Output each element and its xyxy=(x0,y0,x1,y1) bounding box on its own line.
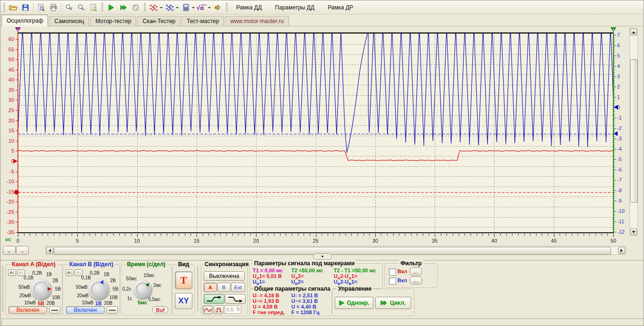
panel-collapse-button[interactable] xyxy=(313,253,332,260)
save-button[interactable] xyxy=(19,2,32,13)
toolbar-grip[interactable] xyxy=(144,3,146,12)
filter-title: Фильтр xyxy=(399,260,423,267)
marker-b-button[interactable]: .. xyxy=(16,246,29,255)
sync-off-button[interactable]: Выключена xyxy=(204,271,245,281)
knob-scale-label: 0,5мс xyxy=(148,297,160,302)
channel-a-invert-button[interactable]: — xyxy=(49,306,60,314)
tab-scan-tester[interactable]: Скан-Тестер xyxy=(137,16,181,26)
timebase-knob[interactable] xyxy=(133,280,152,299)
falling-edge-icon xyxy=(227,295,244,303)
run-icon xyxy=(107,4,115,11)
t2-t1-value: T2 - T1 =50,00 мс xyxy=(334,268,376,273)
horizontal-scrollbar[interactable] xyxy=(45,246,626,255)
scroll-left-button[interactable] xyxy=(46,247,53,254)
buffer-button[interactable]: Buf xyxy=(152,306,168,313)
svg-text:+: + xyxy=(152,5,155,10)
speaker-icon xyxy=(214,4,222,11)
scroll-up-button[interactable] xyxy=(630,29,637,35)
filter-b-checkbox[interactable] xyxy=(389,277,396,285)
filter-b-more-button[interactable]: ... xyxy=(410,277,422,285)
view-t-button[interactable]: T xyxy=(175,271,192,289)
open-folder-icon xyxy=(9,4,17,11)
dropdown-arrow-icon[interactable] xyxy=(208,7,211,10)
signal-b-button[interactable]: + xyxy=(164,2,176,13)
dropdown-arrow-icon[interactable] xyxy=(160,7,163,10)
sound-button[interactable] xyxy=(212,2,224,13)
single-run-button[interactable]: Однокр. xyxy=(335,297,373,309)
tab-test-master[interactable]: Тест-мастер xyxy=(182,16,224,26)
toolbar-grip[interactable] xyxy=(101,3,103,12)
timebase-group: Время (с/дел) 1с0,2с50мс10мс2мс0,5мс 5мс… xyxy=(121,264,172,315)
dropdown-arrow-icon[interactable] xyxy=(176,7,179,10)
filter-a-more-button[interactable]: ... xyxy=(410,268,422,276)
sync-source-ext-button[interactable]: Ext xyxy=(231,283,245,292)
sync-source-a-button[interactable]: А xyxy=(204,283,217,292)
sync-level-mode-button[interactable] xyxy=(203,305,213,314)
tab-oscillograph[interactable]: Осциллограф xyxy=(1,15,48,26)
menu-ramka-dd[interactable]: Рамка ДД xyxy=(230,2,268,13)
zoom-vertical-icon: ↕ xyxy=(65,4,73,11)
zoom-vertical-button[interactable]: ↕ xyxy=(63,2,75,13)
red-signal-icon: + xyxy=(149,4,158,11)
horizontal-scroll-thumb[interactable] xyxy=(54,247,611,255)
channel-b-knob[interactable] xyxy=(88,279,109,300)
cycle-run-icon xyxy=(380,300,388,306)
tab-bar: Осциллограф Самописец Мотор-тестер Скан-… xyxy=(0,15,644,26)
general-params-group: Общие параметры сигнала U- = 4,16 В U~= … xyxy=(249,289,332,316)
knob-scale-label: 50мВ xyxy=(18,284,30,289)
filter-a-checkbox[interactable] xyxy=(389,269,396,276)
view-xy-button[interactable]: XY xyxy=(175,293,192,309)
toolbar-grip[interactable] xyxy=(226,3,228,12)
channel-a-power-button[interactable]: Включен xyxy=(8,306,47,314)
run-button[interactable] xyxy=(105,2,117,13)
channel-a-knob[interactable] xyxy=(31,279,51,300)
print-button[interactable] xyxy=(47,2,59,13)
panel-grip[interactable] xyxy=(197,267,198,311)
scroll-right-button[interactable] xyxy=(618,247,625,254)
oscilloscope-plot[interactable] xyxy=(0,26,629,248)
t2-value: T2 =50,00 мс xyxy=(291,268,323,273)
channel-b-power-button[interactable]: Включен xyxy=(66,306,105,314)
zoom-horizontal-button[interactable]: ↔ xyxy=(75,2,87,13)
knob-scale-label: 10В xyxy=(109,294,118,300)
scroll-down-button[interactable] xyxy=(630,228,637,235)
knob-scale-label: 20мВ xyxy=(77,293,89,298)
sync-rising-edge-button[interactable] xyxy=(204,294,224,304)
ua-dc-value: U- = 4,16 В xyxy=(253,293,285,298)
svg-text:√α: √α xyxy=(197,4,204,11)
sync-group: Синхронизация Выключена А B Ext В xyxy=(201,264,248,316)
knob-scale-label: 20мВ xyxy=(19,293,31,298)
zoom-document-button[interactable] xyxy=(87,2,99,13)
panel-grip[interactable] xyxy=(2,266,3,313)
calculator-button[interactable] xyxy=(180,2,192,13)
vertical-scroll-thumb[interactable] xyxy=(630,59,638,203)
menu-ramka-dr[interactable]: Рамка ДР xyxy=(321,2,360,13)
knob-scale-label: 1В xyxy=(46,272,52,277)
ub1-value: UВ1= xyxy=(253,279,265,286)
run-cycle-button[interactable] xyxy=(117,2,130,13)
channel-a-selected-scale: 5В xyxy=(38,301,44,306)
tab-website[interactable]: www.motor-master.ru xyxy=(225,16,289,26)
cycle-run-button[interactable]: Цикл. xyxy=(375,297,411,309)
pulse-trigger-icon xyxy=(215,307,223,313)
knob-scale-label: 10мс xyxy=(143,273,154,278)
sync-pulse-mode-button[interactable] xyxy=(214,305,223,314)
general-params-channel-b: U- = 2,51 В U~= 3,61 В U = 4,40 В F = 13… xyxy=(291,293,320,315)
sync-source-b-button[interactable]: B xyxy=(217,283,231,292)
vertical-scrollbar[interactable] xyxy=(629,28,638,236)
tab-recorder[interactable]: Самописец xyxy=(49,16,89,26)
marker-a-button[interactable]: .. xyxy=(3,246,16,255)
toolbar-grip[interactable] xyxy=(3,3,5,12)
channel-b-invert-button[interactable]: — xyxy=(107,306,118,314)
menu-parametry-dd[interactable]: Параметры ДД xyxy=(268,2,321,13)
sync-falling-edge-button[interactable] xyxy=(225,294,246,304)
print-preview-button[interactable] xyxy=(35,2,47,13)
dropdown-arrow-icon[interactable] xyxy=(192,7,195,10)
tab-motor-tester[interactable]: Мотор-тестер xyxy=(90,16,136,26)
signal-a-button[interactable]: + xyxy=(148,2,160,13)
knob-scale-label: 2В xyxy=(110,277,116,283)
knob-scale-label: 20В xyxy=(47,301,55,306)
open-button[interactable] xyxy=(7,2,19,13)
sync-title: Синхронизация xyxy=(203,261,250,268)
math-button[interactable]: √α xyxy=(196,2,208,13)
